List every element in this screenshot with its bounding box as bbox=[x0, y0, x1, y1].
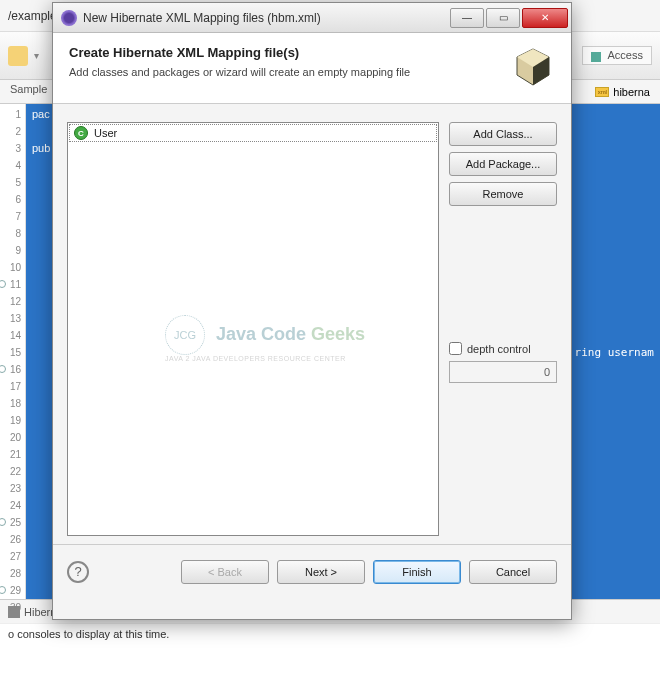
quick-access-button[interactable]: Access bbox=[582, 46, 652, 64]
xml-file-icon: xml bbox=[595, 87, 609, 97]
help-icon[interactable]: ? bbox=[67, 561, 89, 583]
eclipse-icon bbox=[61, 10, 77, 26]
maximize-button[interactable]: ▭ bbox=[486, 8, 520, 28]
dialog-body: C User Add Class... Add Package... Remov… bbox=[53, 104, 571, 544]
next-button[interactable]: Next > bbox=[277, 560, 365, 584]
dialog-footer: ? < Back Next > Finish Cancel bbox=[53, 544, 571, 598]
side-controls: Add Class... Add Package... Remove depth… bbox=[449, 122, 557, 536]
add-class-button[interactable]: Add Class... bbox=[449, 122, 557, 146]
dialog-heading: Create Hibernate XML Mapping file(s) bbox=[69, 45, 501, 60]
dialog-subheading: Add classes and packages or wizard will … bbox=[69, 66, 501, 78]
dialog-title: New Hibernate XML Mapping files (hbm.xml… bbox=[83, 11, 321, 25]
hibernate-logo-icon bbox=[511, 45, 555, 89]
access-icon bbox=[591, 52, 601, 62]
wizard-dialog: New Hibernate XML Mapping files (hbm.xml… bbox=[52, 2, 572, 620]
class-list-panel[interactable]: C User bbox=[67, 122, 439, 536]
window-buttons: — ▭ ✕ bbox=[449, 8, 569, 28]
toolbar-icon[interactable] bbox=[8, 46, 28, 66]
dialog-header: Create Hibernate XML Mapping file(s) Add… bbox=[53, 33, 571, 104]
cancel-button[interactable]: Cancel bbox=[469, 560, 557, 584]
depth-control-label: depth control bbox=[467, 343, 531, 355]
toolbar-dropdown-icon[interactable]: ▾ bbox=[34, 50, 39, 61]
depth-control-row: depth control bbox=[449, 342, 557, 355]
finish-button[interactable]: Finish bbox=[373, 560, 461, 584]
path-fragment: /example bbox=[8, 9, 57, 23]
minimize-button[interactable]: — bbox=[450, 8, 484, 28]
class-icon: C bbox=[74, 126, 88, 140]
dialog-titlebar[interactable]: New Hibernate XML Mapping files (hbm.xml… bbox=[53, 3, 571, 33]
list-item[interactable]: C User bbox=[69, 124, 437, 142]
ide-status-bar: o consoles to display at this time. bbox=[0, 623, 660, 647]
close-button[interactable]: ✕ bbox=[522, 8, 568, 28]
editor-tab-left[interactable]: Sample bbox=[0, 80, 57, 103]
line-number-gutter: 1234567891011121314151617181920212223242… bbox=[0, 104, 26, 599]
back-button[interactable]: < Back bbox=[181, 560, 269, 584]
list-item-label: User bbox=[94, 127, 117, 139]
depth-control-checkbox[interactable] bbox=[449, 342, 462, 355]
depth-control-input[interactable] bbox=[449, 361, 557, 383]
add-package-button[interactable]: Add Package... bbox=[449, 152, 557, 176]
code-fragment-right: ring usernam bbox=[575, 346, 654, 359]
editor-tab-right[interactable]: xml hiberna bbox=[595, 80, 660, 103]
remove-button[interactable]: Remove bbox=[449, 182, 557, 206]
